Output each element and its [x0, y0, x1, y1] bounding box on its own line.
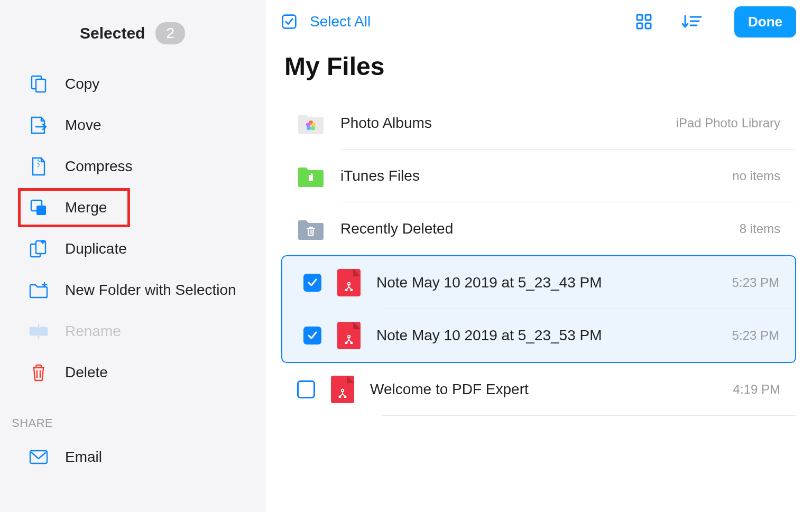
sidebar-header: Selected 2: [0, 16, 265, 63]
svg-rect-5: [36, 241, 45, 254]
trash-icon: [29, 363, 48, 382]
folder-name: iTunes Files: [340, 167, 716, 184]
toolbar: Select All Done: [281, 0, 796, 43]
compress-icon: [29, 157, 48, 176]
merge-icon: [29, 198, 48, 217]
file-row-note2[interactable]: Note May 10 2019 at 5_23_53 PM 5:23 PM: [282, 309, 795, 362]
svg-rect-6: [30, 328, 38, 335]
selected-count-badge: 2: [155, 22, 185, 44]
pdf-file-icon: [331, 376, 354, 403]
grid-view-button[interactable]: [633, 11, 655, 33]
folder-name: Recently Deleted: [340, 220, 724, 237]
folder-row-itunes[interactable]: iTunes Files no items: [281, 150, 796, 202]
done-button[interactable]: Done: [734, 6, 796, 38]
action-compress-label: Compress: [65, 158, 133, 175]
svg-point-26: [350, 342, 352, 343]
select-all-icon: [281, 14, 297, 30]
folder-meta: no items: [732, 169, 780, 183]
action-delete-label: Delete: [65, 364, 108, 381]
action-move-label: Move: [65, 117, 101, 134]
move-icon: [29, 116, 48, 135]
duplicate-icon: [29, 239, 48, 258]
row-divider: [382, 415, 796, 416]
copy-icon: [29, 75, 48, 94]
svg-rect-7: [40, 328, 47, 335]
action-delete[interactable]: Delete: [0, 352, 265, 393]
app-root: Selected 2 Copy: [0, 0, 812, 512]
folder-row-deleted[interactable]: Recently Deleted 8 items: [281, 202, 796, 255]
svg-point-29: [344, 396, 346, 397]
select-all-label: Select All: [310, 13, 371, 30]
action-duplicate-label: Duplicate: [65, 240, 127, 257]
folder-meta: 8 items: [740, 221, 780, 236]
selected-title: Selected: [80, 24, 145, 42]
file-name: Note May 10 2019 at 5_23_53 PM: [376, 327, 716, 344]
svg-rect-11: [645, 15, 651, 20]
action-rename-label: Rename: [65, 323, 121, 340]
svg-rect-12: [637, 23, 642, 29]
file-row-welcome[interactable]: Welcome to PDF Expert 4:19 PM: [281, 363, 796, 416]
action-list: Copy Move: [0, 63, 265, 393]
svg-rect-1: [36, 79, 45, 92]
svg-point-28: [339, 396, 340, 397]
action-copy-label: Copy: [65, 76, 99, 92]
svg-point-17: [311, 126, 315, 131]
share-email[interactable]: Email: [0, 436, 265, 478]
main: Select All Done My Files: [265, 0, 812, 512]
file-name: Note May 10 2019 at 5_23_43 PM: [376, 274, 716, 291]
deleted-folder-icon: [297, 217, 325, 240]
action-rename: Rename: [0, 311, 265, 352]
action-move[interactable]: Move: [0, 105, 265, 146]
folder-meta: iPad Photo Library: [676, 116, 780, 131]
svg-rect-13: [645, 23, 651, 29]
checkbox-checked[interactable]: [303, 274, 321, 292]
svg-rect-3: [36, 206, 46, 215]
photos-folder-icon: [297, 111, 325, 135]
file-list: Photo Albums iPad Photo Library iTunes F…: [281, 97, 796, 416]
file-time: 4:19 PM: [733, 382, 780, 397]
action-copy[interactable]: Copy: [0, 63, 265, 105]
selection-group: Note May 10 2019 at 5_23_43 PM 5:23 PM N…: [281, 255, 796, 363]
new-folder-icon: [29, 281, 48, 300]
svg-point-23: [350, 289, 352, 291]
action-merge[interactable]: Merge: [0, 187, 265, 228]
svg-rect-10: [637, 15, 642, 20]
file-row-note1[interactable]: Note May 10 2019 at 5_23_43 PM 5:23 PM: [282, 256, 795, 309]
rename-icon: [29, 322, 48, 341]
action-new-folder-label: New Folder with Selection: [65, 282, 236, 299]
pdf-file-icon: [337, 269, 361, 296]
share-section-label: SHARE: [0, 393, 265, 436]
svg-point-25: [345, 342, 347, 343]
checkbox-unchecked[interactable]: [297, 380, 315, 398]
page-title: My Files: [281, 43, 796, 97]
action-merge-label: Merge: [65, 199, 107, 216]
row-divider: [339, 255, 796, 255]
svg-point-19: [306, 123, 310, 127]
folder-row-photo-albums[interactable]: Photo Albums iPad Photo Library: [281, 97, 796, 150]
file-time: 5:23 PM: [732, 275, 779, 290]
svg-point-22: [345, 289, 347, 291]
file-time: 5:23 PM: [732, 328, 779, 343]
svg-rect-8: [30, 451, 47, 463]
action-compress[interactable]: Compress: [0, 146, 265, 187]
checkbox-checked[interactable]: [303, 327, 321, 345]
action-duplicate[interactable]: Duplicate: [0, 228, 265, 269]
sort-button[interactable]: [680, 11, 703, 33]
action-new-folder[interactable]: New Folder with Selection: [0, 269, 265, 311]
share-list: Email: [0, 436, 265, 478]
svg-rect-9: [283, 15, 296, 29]
folder-name: Photo Albums: [340, 115, 660, 132]
itunes-folder-icon: [297, 164, 325, 188]
mail-icon: [29, 448, 48, 467]
share-email-label: Email: [65, 449, 102, 466]
pdf-file-icon: [337, 322, 361, 349]
select-all-button[interactable]: Select All: [281, 13, 371, 30]
sidebar: Selected 2 Copy: [0, 0, 265, 512]
svg-rect-20: [309, 175, 313, 181]
file-name: Welcome to PDF Expert: [370, 381, 717, 398]
